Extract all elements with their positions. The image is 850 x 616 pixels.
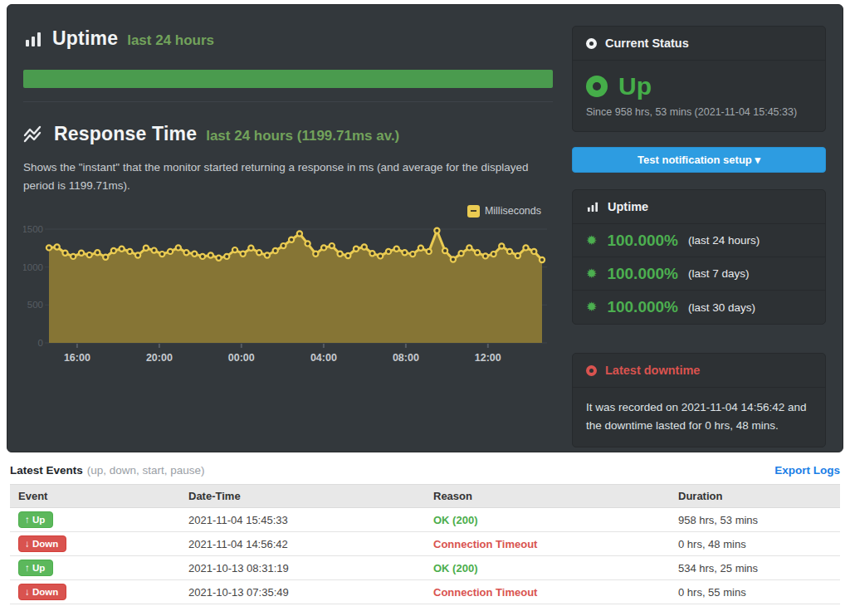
current-status-title: Current Status [605,37,689,50]
uptime-percentage: 100.000% [607,298,678,316]
response-time-section-header: Response Time last 24 hours (1199.71ms a… [23,123,553,145]
event-datetime: 2021-11-04 14:56:42 [180,532,425,556]
chart-legend: Milliseconds [467,205,541,218]
uptime-stats-header: Uptime [573,190,825,224]
event-status-badge: ↑ Up [18,511,53,528]
status-state: Up [618,72,652,100]
event-reason: OK (200) [425,556,670,580]
main-column: Uptime last 24 hours Response Time last … [23,5,553,452]
svg-text:12:00: 12:00 [475,352,501,364]
current-status-header: Current Status [573,27,825,61]
bar-chart-icon [23,29,43,49]
svg-text:1000: 1000 [23,262,43,271]
uptime-stat-row-24h: ✹ 100.000% (last 24 hours) [573,224,825,257]
svg-text:0: 0 [38,338,43,348]
event-datetime: 2021-10-13 07:35:49 [180,580,425,604]
uptime-subtitle: last 24 hours [127,29,214,49]
event-reason: OK (200) [425,508,670,532]
column-header-reason: Reason [425,485,670,508]
latest-downtime-text: It was recorded on 2021-11-04 14:56:42 a… [573,388,825,447]
uptime-title: Uptime [52,27,118,50]
legend-swatch-icon [467,205,480,218]
svg-text:16:00: 16:00 [64,352,90,364]
event-row: ↓ Down 2021-10-13 07:35:49 Connection Ti… [10,580,840,604]
status-since-text: Since 958 hrs, 53 mins (2021-11-04 15:45… [586,106,812,118]
latest-downtime-header: Latest downtime [573,354,825,388]
event-row: ↓ Down 2021-11-04 14:56:42 Connection Ti… [10,532,840,556]
uptime-percentage: 100.000% [607,265,678,283]
current-status-panel: Current Status Up Since 958 hrs, 53 mins… [572,26,826,132]
response-time-chart: Milliseconds 05001000150016:0020:0000:00… [23,205,553,370]
downtime-bullet-icon [586,365,597,376]
event-duration: 534 hrs, 25 mins [670,556,840,580]
up-status-icon [586,76,608,97]
uptime-percentage: 100.000% [607,232,678,250]
event-reason: Connection Timeout [425,532,670,556]
response-time-subtitle: last 24 hours (1199.71ms av.) [206,125,399,144]
sidebar: Current Status Up Since 958 hrs, 53 mins… [572,5,826,452]
uptime-progress-bar [23,70,553,88]
latest-events-subtitle: (up, down, start, pause) [87,464,205,477]
svg-text:08:00: 08:00 [393,352,419,364]
down-arrow-icon: ↓ [25,587,30,597]
uptime-stat-row-30d: ✹ 100.000% (last 30 days) [573,291,825,324]
uptime-stats-panel: Uptime ✹ 100.000% (last 24 hours) ✹ 100.… [572,189,826,325]
event-status-badge: ↓ Down [18,584,66,600]
svg-text:500: 500 [27,300,43,310]
up-arrow-icon: ↑ [25,515,30,525]
uptime-badge-icon: ✹ [586,301,597,314]
test-notification-button[interactable]: Test notification setup ▾ [572,147,826,173]
uptime-stat-row-7d: ✹ 100.000% (last 7 days) [573,257,825,291]
event-datetime: 2021-10-13 08:31:19 [180,556,425,580]
response-time-description: Shows the "instant" that the monitor sta… [23,159,553,195]
event-reason: Connection Timeout [425,580,670,604]
response-time-title: Response Time [54,123,197,145]
legend-label: Milliseconds [485,205,541,217]
uptime-section-header: Uptime last 24 hours [23,27,553,50]
uptime-range-label: (last 24 hours) [688,234,760,247]
latest-events-section: Latest Events (up, down, start, pause) E… [10,464,840,604]
latest-downtime-title: Latest downtime [605,364,700,377]
column-header-datetime: Date-Time [180,485,425,508]
line-chart-icon [23,125,45,144]
column-header-event: Event [10,485,180,508]
up-arrow-icon: ↑ [25,563,30,573]
column-header-duration: Duration [670,485,840,508]
latest-downtime-panel: Latest downtime It was recorded on 2021-… [572,353,826,447]
export-logs-link[interactable]: Export Logs [774,464,840,477]
uptime-range-label: (last 7 days) [688,267,750,280]
uptime-badge-icon: ✹ [586,234,597,247]
svg-text:04:00: 04:00 [310,352,337,364]
uptime-range-label: (last 30 days) [688,301,755,314]
event-duration: 0 hrs, 55 mins [670,580,840,604]
bar-chart-icon [586,200,599,213]
response-time-plot: 05001000150016:0020:0000:0004:0008:0012:… [23,205,553,367]
section-divider [23,101,553,102]
event-datetime: 2021-11-04 15:45:33 [180,508,425,532]
status-dashboard-panel: Uptime last 24 hours Response Time last … [7,4,843,452]
svg-text:1500: 1500 [23,224,43,234]
down-arrow-icon: ↓ [25,539,30,549]
uptime-badge-icon: ✹ [586,267,597,281]
event-duration: 0 hrs, 48 mins [670,532,840,556]
current-status-body: Up Since 958 hrs, 53 mins (2021-11-04 15… [573,61,825,131]
latest-events-title: Latest Events [10,464,83,477]
event-duration: 958 hrs, 53 mins [670,508,840,532]
uptime-stats-title: Uptime [608,200,648,213]
status-bullet-icon [586,38,597,49]
events-table: Event Date-Time Reason Duration ↑ Up 202… [10,484,840,604]
events-table-header-row: Event Date-Time Reason Duration [10,485,840,508]
svg-text:00:00: 00:00 [228,352,255,364]
event-status-badge: ↑ Up [18,560,53,576]
event-status-badge: ↓ Down [18,535,66,552]
event-row: ↑ Up 2021-10-13 08:31:19 OK (200) 534 hr… [10,556,840,580]
event-row: ↑ Up 2021-11-04 15:45:33 OK (200) 958 hr… [10,508,840,532]
svg-text:20:00: 20:00 [146,352,173,364]
